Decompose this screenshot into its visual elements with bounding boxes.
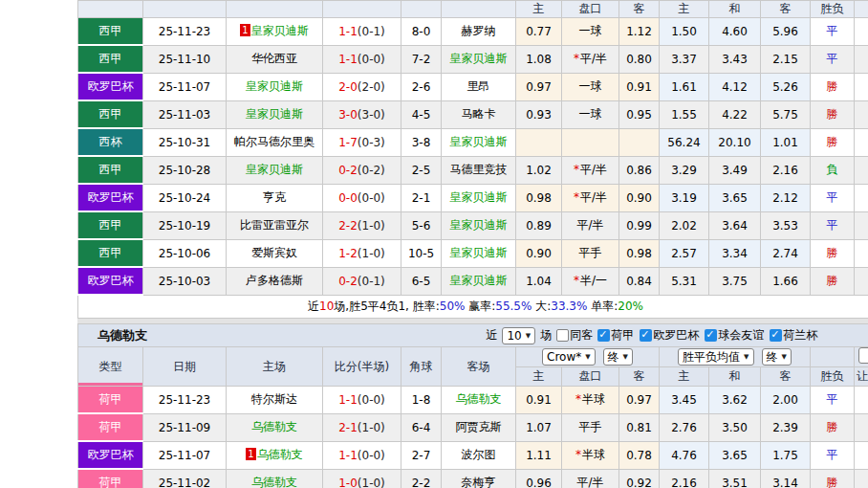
home-team-name: 华伦西亚 xyxy=(251,52,297,65)
half-time-score: (1-0) xyxy=(358,477,385,488)
odds-draw: 3.64 xyxy=(709,211,761,239)
home-team-cell: 皇家贝迪斯 xyxy=(227,73,323,100)
league-filter: 荷兰杯 xyxy=(770,327,817,344)
same-away-checkbox[interactable] xyxy=(556,329,569,342)
average-odds-select[interactable]: 胜平负均值▼ xyxy=(678,348,753,366)
odds-away-win: 5.75 xyxy=(761,100,811,128)
league-badge: 西甲 xyxy=(78,18,143,46)
home-team-name: 皇家贝迪斯 xyxy=(246,163,303,176)
result-text: 平 xyxy=(827,218,838,232)
league-checkbox[interactable] xyxy=(705,329,717,342)
league-badge: 欧罗巴杯 xyxy=(78,73,143,100)
filter-controls: 近 10▼ 场 同客 荷甲欧罗巴杯球会友谊荷兰杯 xyxy=(486,327,817,344)
league-checkbox[interactable] xyxy=(640,329,652,342)
odds-away-win: 5.26 xyxy=(761,73,811,100)
match-count-value: 10 xyxy=(507,329,521,343)
odds-draw: 4.60 xyxy=(709,18,761,46)
half-time-score: (1-0) xyxy=(358,247,385,260)
score-cell: 3-0(3-0) xyxy=(323,100,401,128)
europe-time-select[interactable]: 终▼ xyxy=(762,348,792,366)
home-team-name: 亨克 xyxy=(263,190,286,204)
home-team-cell: 皇家贝迪斯 xyxy=(227,156,323,184)
result-text: 勝 xyxy=(827,79,838,93)
away-team-cell: 赫罗纳 xyxy=(442,18,516,46)
column-header: 类型 xyxy=(78,347,143,387)
column-header: 和 xyxy=(709,367,761,387)
clipped-column-header xyxy=(855,1,868,18)
odds-away-win: 2.39 xyxy=(761,413,811,441)
result-text: 平 xyxy=(827,448,838,461)
clipped-header-label: 让 xyxy=(855,368,868,385)
clipped-column-cell xyxy=(855,128,868,156)
summary-part: 10 xyxy=(319,299,334,313)
home-team-name: 爱斯宾奴 xyxy=(251,246,297,259)
handicap-time-value: 终 xyxy=(608,349,619,366)
away-team-name: 马略卡 xyxy=(462,107,496,121)
home-team-name: 卢多格德斯 xyxy=(246,274,303,287)
league-checkbox[interactable] xyxy=(597,329,610,342)
match-row: 荷甲25-11-23特尔斯达1-1(0-0)1-8乌德勒支0.91*半球0.97… xyxy=(78,387,868,414)
result-cell: 平 xyxy=(811,211,855,239)
match-count-select[interactable]: 10▼ xyxy=(502,327,535,344)
summary-part: 场,胜5平4负1, 胜率: xyxy=(334,299,439,313)
rank-badge: 1 xyxy=(246,448,255,460)
full-time-score: 2-0 xyxy=(338,80,358,94)
handicap-home-odds: 0.89 xyxy=(516,211,562,239)
full-time-score: 1-1 xyxy=(338,25,358,38)
chevron-down-icon: ▼ xyxy=(782,353,787,361)
summary-part: 大: xyxy=(532,299,551,313)
odds-home-win: 1.50 xyxy=(660,18,709,46)
score-cell: 1-1(0-0) xyxy=(323,45,401,73)
handicap-away-odds: 0.84 xyxy=(619,267,660,295)
handicap-line-cell: *平/半 xyxy=(562,184,619,211)
handicap-line-cell: *平/半 xyxy=(562,45,619,73)
bookmaker-select[interactable]: Crow*▼ xyxy=(542,348,596,366)
column-header: 客 xyxy=(761,1,811,18)
league-badge: 西杯 xyxy=(78,128,143,156)
handicap-time-select[interactable]: 终▼ xyxy=(603,348,633,366)
half-time-score: (0-0) xyxy=(358,449,385,462)
away-team-cell: 皇家贝迪斯 xyxy=(442,239,516,267)
league-checkbox[interactable] xyxy=(770,329,782,342)
handicap-line-cell: 平/半 xyxy=(562,469,619,488)
games-label: 场 xyxy=(540,327,552,344)
score-cell: 1-1(0-1) xyxy=(323,18,401,46)
odds-home-win: 3.19 xyxy=(660,184,709,211)
column-header: 角球 xyxy=(401,347,442,387)
summary-part: 赢率: xyxy=(465,299,495,313)
clipped-select-box[interactable] xyxy=(858,347,868,364)
away-team-name: 皇家贝迪斯 xyxy=(450,135,508,148)
corner-score: 7-2 xyxy=(401,45,442,73)
full-time-score: 2-2 xyxy=(338,219,358,233)
summary-part: 50% xyxy=(440,299,466,313)
match-date: 25-10-28 xyxy=(143,156,227,184)
half-time-score: (0-1) xyxy=(358,275,385,288)
clipped-column-cell xyxy=(855,469,868,488)
home-team-cell: 帕尔马德尔里奥 xyxy=(227,128,323,156)
handicap-line-cell: 一球 xyxy=(562,73,619,100)
corner-score: 6-5 xyxy=(401,267,442,295)
score-cell: 0-0(0-0) xyxy=(323,184,401,211)
full-time-score: 1-7 xyxy=(338,136,358,149)
full-time-score: 1-1 xyxy=(338,53,358,66)
away-team-cell: 里昂 xyxy=(442,73,516,100)
star-marker: * xyxy=(574,52,579,65)
half-time-score: (3-0) xyxy=(358,108,385,122)
away-team-cell: 皇家贝迪斯 xyxy=(442,45,516,73)
full-time-score: 1-1 xyxy=(338,449,358,462)
odds-away-win: 2.16 xyxy=(761,156,811,184)
away-team-name: 乌德勒支 xyxy=(456,392,502,406)
handicap-home-odds: 0.93 xyxy=(516,100,562,128)
odds-draw: 3.51 xyxy=(709,469,761,488)
odds-away-win: 2.15 xyxy=(761,45,811,73)
odds-away-win: 3.14 xyxy=(761,469,811,488)
match-row: 荷甲25-11-02乌德勒支1-0(1-0)2-2奈梅亨0.96平/半0.922… xyxy=(78,469,868,488)
handicap-line-cell xyxy=(562,128,619,156)
clipped-column-header: 让 xyxy=(855,367,868,387)
chevron-down-icon: ▼ xyxy=(623,353,628,361)
corner-score: 10-5 xyxy=(401,239,442,267)
utrecht-matches-table: 乌德勒支 近 10▼ 场 同客 荷甲欧罗巴杯球会友谊荷兰杯 xyxy=(77,323,868,488)
result-cell: 平 xyxy=(811,441,855,469)
result-text: 勝 xyxy=(827,246,838,259)
handicap-home-odds: 0.77 xyxy=(516,18,562,46)
